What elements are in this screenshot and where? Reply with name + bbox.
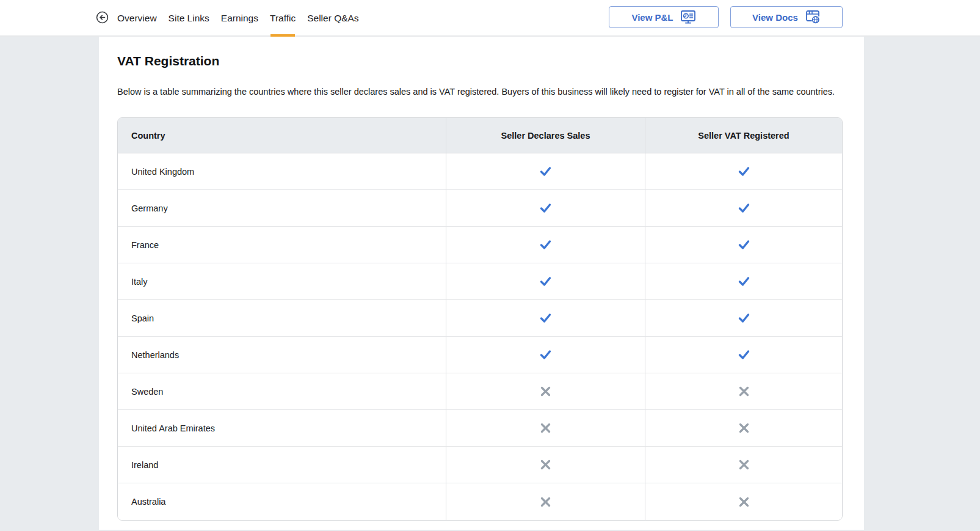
declares-sales-cell — [446, 447, 645, 483]
check-icon — [539, 238, 552, 251]
vat-registered-cell — [645, 190, 842, 226]
cross-icon — [540, 496, 551, 508]
vat-registered-cell — [645, 410, 842, 446]
check-icon — [539, 202, 552, 214]
column-header-vat-registered: Seller VAT Registered — [645, 118, 842, 153]
nav-actions: View P&L View Docs — [609, 6, 843, 28]
check-icon — [539, 312, 552, 324]
table-row: Italy — [118, 263, 842, 300]
vat-registered-cell — [645, 227, 842, 263]
cross-icon — [738, 386, 750, 397]
cross-icon — [540, 386, 551, 397]
country-cell: France — [118, 227, 446, 263]
table-row: Spain — [118, 300, 842, 337]
tab-earnings[interactable]: Earnings — [221, 0, 258, 37]
cross-icon — [738, 422, 750, 434]
table-header-row: Country Seller Declares Sales Seller VAT… — [118, 118, 842, 153]
vat-registered-cell — [645, 263, 842, 299]
country-cell: Ireland — [118, 447, 446, 483]
column-header-country: Country — [118, 118, 446, 153]
check-icon — [738, 312, 750, 324]
check-icon — [738, 238, 750, 251]
declares-sales-cell — [446, 300, 645, 336]
vat-registered-cell — [645, 153, 842, 189]
view-docs-label: View Docs — [752, 12, 798, 23]
table-row: Germany — [118, 190, 842, 227]
check-icon — [738, 165, 750, 178]
check-icon — [738, 348, 750, 361]
check-icon — [738, 202, 750, 214]
docs-browser-icon — [805, 10, 821, 24]
declares-sales-cell — [446, 337, 645, 373]
country-cell: Netherlands — [118, 337, 446, 373]
country-cell: Germany — [118, 190, 446, 226]
tab-seller-q-as[interactable]: Seller Q&As — [307, 0, 358, 37]
table-row: Australia — [118, 483, 842, 520]
country-cell: Australia — [118, 483, 446, 520]
table-row: Netherlands — [118, 337, 842, 373]
table-row: France — [118, 227, 842, 263]
tab-overview[interactable]: Overview — [117, 0, 157, 37]
declares-sales-cell — [446, 410, 645, 446]
country-cell: Spain — [118, 300, 446, 336]
declares-sales-cell — [446, 483, 645, 520]
back-button[interactable] — [95, 10, 109, 24]
view-docs-button[interactable]: View Docs — [730, 6, 843, 28]
table-row: United Arab Emirates — [118, 410, 842, 447]
cross-icon — [540, 459, 551, 471]
cross-icon — [738, 496, 750, 508]
pnl-monitor-icon — [680, 10, 696, 24]
cross-icon — [540, 422, 551, 434]
country-cell: United Arab Emirates — [118, 410, 446, 446]
view-pnl-label: View P&L — [631, 12, 673, 23]
vat-registered-cell — [645, 337, 842, 373]
table-row: United Kingdom — [118, 153, 842, 190]
check-icon — [539, 348, 552, 361]
view-pnl-button[interactable]: View P&L — [609, 6, 719, 28]
table-row: Sweden — [118, 373, 842, 410]
declares-sales-cell — [446, 190, 645, 226]
page-background: VAT Registration Below is a table summar… — [0, 37, 980, 530]
declares-sales-cell — [446, 263, 645, 299]
declares-sales-cell — [446, 153, 645, 189]
tab-traffic[interactable]: Traffic — [270, 0, 296, 37]
declares-sales-cell — [446, 373, 645, 409]
column-header-declares-sales: Seller Declares Sales — [446, 118, 645, 153]
vat-registered-cell — [645, 483, 842, 520]
vat-registration-table: Country Seller Declares Sales Seller VAT… — [117, 117, 843, 521]
table-row: Ireland — [118, 447, 842, 483]
tab-site-links[interactable]: Site Links — [169, 0, 209, 37]
nav-tabs: OverviewSite LinksEarningsTrafficSeller … — [117, 0, 359, 37]
country-cell: Sweden — [118, 373, 446, 409]
vat-registered-cell — [645, 373, 842, 409]
check-icon — [738, 275, 750, 288]
country-cell: United Kingdom — [118, 153, 446, 189]
table-body: United KingdomGermanyFranceItalySpainNet… — [118, 153, 842, 520]
vat-registered-cell — [645, 300, 842, 336]
country-cell: Italy — [118, 263, 446, 299]
declares-sales-cell — [446, 227, 645, 263]
page-title: VAT Registration — [117, 53, 843, 70]
content-panel: VAT Registration Below is a table summar… — [99, 37, 864, 530]
check-icon — [539, 275, 552, 288]
top-nav: OverviewSite LinksEarningsTrafficSeller … — [0, 0, 980, 37]
arrow-left-circle-icon — [95, 10, 109, 24]
cross-icon — [738, 459, 750, 471]
vat-registered-cell — [645, 447, 842, 483]
check-icon — [539, 165, 552, 178]
page-description: Below is a table summarizing the countri… — [117, 86, 843, 98]
